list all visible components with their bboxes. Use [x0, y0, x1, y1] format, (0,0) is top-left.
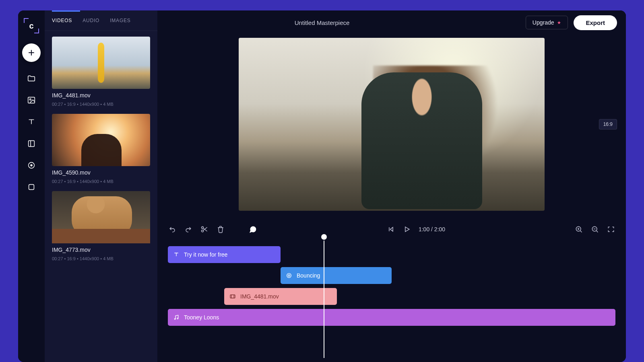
app-logo: c — [25, 19, 38, 32]
svg-point-7 — [202, 230, 204, 232]
svg-point-14 — [177, 318, 178, 319]
top-bar: Untitled Masterpiece Upgrade★ Export — [157, 10, 626, 35]
play-icon[interactable] — [402, 225, 411, 234]
aspect-ratio-badge[interactable]: 16:9 — [599, 119, 617, 130]
preview-stage: 16:9 — [157, 35, 626, 211]
svg-rect-0 — [28, 97, 35, 103]
main-area: Untitled Masterpiece Upgrade★ Export 16:… — [157, 10, 626, 362]
track-video[interactable]: IMG_4481.mov — [224, 288, 337, 305]
svg-rect-5 — [29, 185, 34, 190]
playhead[interactable] — [324, 241, 324, 358]
video-track-icon — [229, 293, 236, 300]
svg-rect-2 — [29, 141, 35, 147]
track-text[interactable]: Try it now for free — [168, 246, 281, 263]
cut-icon[interactable] — [200, 225, 209, 234]
delete-icon[interactable] — [216, 225, 225, 234]
media-tabs: VIDEOS AUDIO IMAGES — [45, 10, 157, 31]
star-icon: ★ — [557, 20, 561, 25]
zoom-in-icon[interactable] — [574, 225, 583, 234]
svg-point-6 — [202, 226, 204, 228]
svg-point-11 — [288, 275, 290, 276]
text-icon[interactable] — [26, 117, 37, 127]
comment-icon[interactable] — [248, 225, 257, 234]
track-label: Tooney Loons — [184, 314, 219, 321]
svg-point-10 — [287, 274, 291, 278]
clip-thumbnail — [52, 114, 150, 166]
shape-icon[interactable] — [26, 182, 37, 192]
media-panel: VIDEOS AUDIO IMAGES IMG_4481.mov 00:27 •… — [45, 10, 157, 362]
undo-icon[interactable] — [168, 225, 177, 234]
media-clip[interactable]: IMG_4773.mov 00:27 • 16:9 • 1440x900 • 4… — [52, 191, 150, 261]
fit-screen-icon[interactable] — [607, 225, 615, 234]
media-clip[interactable]: IMG_4590.mov 00:27 • 16:9 • 1440x900 • 4… — [52, 114, 150, 184]
track-label: Try it now for free — [184, 251, 227, 258]
add-media-button[interactable]: + — [22, 43, 41, 62]
media-list: IMG_4481.mov 00:27 • 16:9 • 1440x900 • 4… — [45, 31, 157, 267]
zoom-out-icon[interactable] — [590, 225, 599, 234]
tab-audio[interactable]: AUDIO — [83, 18, 99, 26]
export-button[interactable]: Export — [574, 15, 617, 30]
svg-point-1 — [29, 99, 31, 100]
skip-back-icon[interactable] — [386, 225, 395, 234]
upgrade-button[interactable]: Upgrade★ — [526, 16, 568, 29]
track-audio[interactable]: Tooney Loons — [168, 309, 615, 326]
clip-meta: 00:27 • 16:9 • 1440x900 • 4 MB — [52, 179, 150, 184]
audio-track-icon — [173, 314, 180, 321]
effect-track-icon — [285, 272, 293, 279]
clip-meta: 00:27 • 16:9 • 1440x900 • 4 MB — [52, 256, 150, 261]
clip-thumbnail — [52, 191, 150, 243]
clip-name: IMG_4590.mov — [52, 169, 150, 176]
media-clip[interactable]: IMG_4481.mov 00:27 • 16:9 • 1440x900 • 4… — [52, 37, 150, 107]
playback-time: 1:00 / 2:00 — [419, 226, 445, 232]
preview-canvas[interactable] — [239, 38, 545, 211]
clip-thumbnail — [52, 37, 150, 89]
image-icon[interactable] — [26, 95, 37, 105]
timeline[interactable]: Try it now for free Bouncing IMG_4481.mo… — [157, 241, 626, 362]
tab-images[interactable]: IMAGES — [110, 18, 130, 26]
project-title[interactable]: Untitled Masterpiece — [295, 19, 350, 26]
tab-videos[interactable]: VIDEOS — [52, 18, 72, 26]
playhead-knob[interactable] — [321, 234, 327, 240]
clip-name: IMG_4481.mov — [52, 92, 150, 99]
layout-icon[interactable] — [26, 138, 37, 149]
track-label: IMG_4481.mov — [240, 293, 279, 300]
clip-name: IMG_4773.mov — [52, 247, 150, 253]
tool-rail: c + — [18, 10, 45, 362]
record-icon[interactable] — [26, 160, 37, 171]
timeline-tracks: Try it now for free Bouncing IMG_4481.mo… — [168, 246, 615, 326]
track-effect[interactable]: Bouncing — [281, 267, 392, 284]
svg-point-13 — [174, 319, 175, 320]
folder-icon[interactable] — [26, 73, 37, 84]
svg-rect-12 — [230, 295, 235, 298]
clip-meta: 00:27 • 16:9 • 1440x900 • 4 MB — [52, 102, 150, 107]
app-window: c + VIDEOS AUDIO IMAGES — [18, 10, 626, 362]
timeline-controls: 1:00 / 2:00 — [157, 218, 626, 241]
redo-icon[interactable] — [184, 225, 193, 234]
track-label: Bouncing — [297, 272, 320, 279]
text-track-icon — [173, 251, 180, 258]
svg-point-4 — [30, 164, 33, 167]
